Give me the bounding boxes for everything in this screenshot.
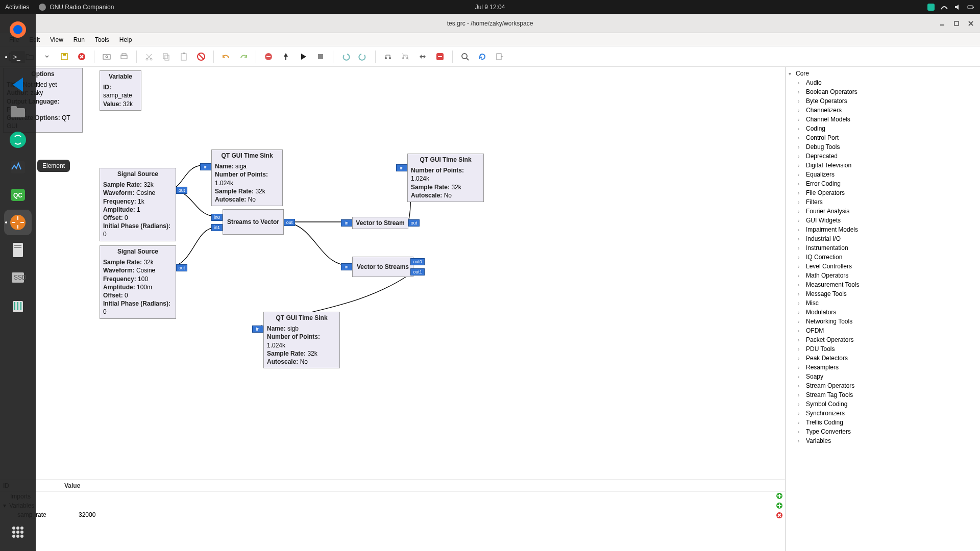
battery-icon[interactable] — [967, 3, 975, 11]
port-in[interactable]: in — [341, 263, 352, 270]
library-category[interactable]: ›Type Converters — [786, 427, 980, 436]
block-time-sink-a[interactable]: QT GUI Time Sink Name: siga Number of Po… — [211, 149, 283, 206]
library-category[interactable]: ›Soapy — [786, 372, 980, 381]
library-category[interactable]: ›Equalizers — [786, 170, 980, 179]
dock-app-terminal[interactable]: >_ — [4, 44, 32, 70]
library-category[interactable]: ›Level Controllers — [786, 262, 980, 271]
remove-variable-button[interactable] — [776, 512, 783, 520]
kill-button[interactable] — [313, 49, 328, 64]
redo-button[interactable] — [236, 49, 251, 64]
window-maximize-button[interactable] — [951, 18, 962, 29]
reload-button[interactable] — [475, 49, 490, 64]
dock-app-text-editor[interactable] — [4, 237, 32, 263]
delete-button[interactable] — [193, 49, 209, 64]
library-category[interactable]: ›Industrial I/O — [786, 234, 980, 243]
dock-app-vscode[interactable] — [4, 72, 32, 97]
titlebar[interactable]: tes.grc - /home/zaky/workspace — [0, 14, 980, 33]
clock[interactable]: Jul 9 12:04 — [475, 4, 505, 11]
volume-icon[interactable] — [953, 3, 962, 11]
library-category[interactable]: ›Fourier Analysis — [786, 207, 980, 216]
dock-app-disks[interactable]: SSD — [4, 265, 32, 290]
library-category[interactable]: ›Channel Models — [786, 115, 980, 124]
dock-app-files[interactable] — [4, 99, 32, 125]
window-minimize-button[interactable] — [937, 18, 947, 29]
save-button[interactable] — [57, 49, 72, 64]
library-category[interactable]: ›Networking Tools — [786, 317, 980, 326]
port-in[interactable]: in — [396, 164, 407, 171]
library-category[interactable]: ›Stream Tag Tools — [786, 390, 980, 399]
library-category[interactable]: ›Digital Television — [786, 161, 980, 170]
library-category[interactable]: ›Debug Tools — [786, 142, 980, 152]
library-category[interactable]: ›Measurement Tools — [786, 280, 980, 289]
library-category[interactable]: ›Control Port — [786, 133, 980, 142]
screenshot-button[interactable] — [99, 49, 114, 64]
open-block-button[interactable] — [492, 49, 507, 64]
library-category[interactable]: ›File Operators — [786, 188, 980, 197]
library-category[interactable]: ›Impairment Models — [786, 225, 980, 234]
enable-button[interactable] — [380, 49, 396, 64]
add-variable-button[interactable] — [776, 502, 783, 511]
dock-app-firefox[interactable] — [4, 17, 32, 42]
dock-show-apps[interactable] — [4, 519, 32, 545]
rotate-left-button[interactable] — [338, 49, 353, 64]
library-category[interactable]: ›Modulators — [786, 308, 980, 317]
library-category[interactable]: ›Stream Operators — [786, 381, 980, 390]
block-variable[interactable]: Variable ID: samp_rate Value: 32k — [100, 70, 141, 111]
open-recent-button[interactable] — [39, 49, 55, 64]
variables-group[interactable]: ▾ Variables — [0, 501, 785, 510]
dock-app-trash[interactable] — [4, 292, 32, 318]
rotate-right-button[interactable] — [355, 49, 371, 64]
flowgraph-canvas[interactable]: Options Title: Not titled yet Author: za… — [0, 67, 785, 480]
block-library[interactable]: ▾ Core ›Audio›Boolean Operators›Byte Ope… — [785, 67, 980, 551]
block-signal-source-1[interactable]: Signal Source Sample Rate: 32k Waveform:… — [100, 168, 176, 241]
library-category[interactable]: ›Audio — [786, 78, 980, 87]
port-out1[interactable]: out1 — [410, 268, 425, 276]
library-category[interactable]: ›Math Operators — [786, 271, 980, 280]
undo-button[interactable] — [218, 49, 234, 64]
library-category[interactable]: ›Deprecated — [786, 152, 980, 161]
port-in[interactable]: in — [341, 219, 352, 227]
library-root[interactable]: ▾ Core — [786, 69, 980, 78]
library-category[interactable]: ›Coding — [786, 124, 980, 133]
add-import-button[interactable] — [776, 492, 783, 501]
copy-button[interactable] — [159, 49, 174, 64]
current-app[interactable]: GNU Radio Companion — [38, 3, 114, 11]
variable-row[interactable]: samp_rate 32000 — [0, 510, 785, 519]
print-button[interactable] — [116, 49, 132, 64]
port-in[interactable]: in — [252, 325, 263, 333]
library-category[interactable]: ›Synchronizers — [786, 409, 980, 418]
library-category[interactable]: ›PDU Tools — [786, 344, 980, 354]
library-category[interactable]: ›Channelizers — [786, 106, 980, 115]
block-streams-to-vector[interactable]: Streams to Vector in0 in1 out — [223, 209, 284, 235]
port-in1[interactable]: in1 — [211, 224, 223, 231]
library-category[interactable]: ›Boolean Operators — [786, 87, 980, 96]
port-out[interactable]: out — [176, 187, 187, 194]
find-button[interactable] — [457, 49, 473, 64]
errors-button[interactable] — [261, 49, 276, 64]
library-category[interactable]: ›Filters — [786, 197, 980, 207]
network-icon[interactable] — [940, 3, 948, 11]
port-out0[interactable]: out0 — [410, 258, 425, 265]
generate-button[interactable] — [278, 49, 293, 64]
menu-view[interactable]: View — [45, 34, 68, 45]
port-out[interactable]: out — [408, 219, 420, 227]
library-category[interactable]: ›Byte Operators — [786, 96, 980, 106]
block-time-sink-c[interactable]: QT GUI Time Sink Number of Points: 1.024… — [407, 154, 484, 202]
library-category[interactable]: ›Peak Detectors — [786, 354, 980, 363]
execute-button[interactable] — [296, 49, 311, 64]
library-category[interactable]: ›IQ Correction — [786, 253, 980, 262]
disable-button[interactable] — [398, 49, 413, 64]
paste-button[interactable] — [176, 49, 191, 64]
block-time-sink-b[interactable]: QT GUI Time Sink Name: sigb Number of Po… — [263, 312, 340, 368]
library-category[interactable]: ›Resamplers — [786, 363, 980, 372]
block-vector-to-streams[interactable]: Vector to Streams in out0 out1 — [352, 257, 413, 277]
app-indicator-icon[interactable] — [927, 3, 935, 11]
library-category[interactable]: ›Packet Operators — [786, 335, 980, 344]
window-close-button[interactable] — [966, 18, 976, 29]
dock-app-qc[interactable]: QC — [4, 182, 32, 208]
library-category[interactable]: ›GUI Widgets — [786, 216, 980, 225]
port-out[interactable]: out — [284, 219, 295, 226]
library-category[interactable]: ›Instrumentation — [786, 243, 980, 253]
cut-button[interactable] — [141, 49, 157, 64]
hide-disabled-button[interactable] — [432, 49, 448, 64]
